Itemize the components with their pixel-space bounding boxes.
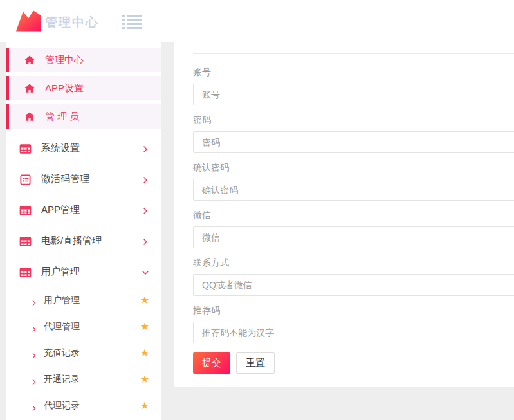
submit-button[interactable]: 提交: [193, 352, 230, 374]
chevron-right-icon: [31, 324, 37, 330]
password-field[interactable]: [193, 131, 514, 153]
submenu-item-label: 开通记录: [44, 374, 140, 385]
top-header: 管理中心: [0, 0, 514, 42]
referral-code-label: 推荐码: [193, 305, 514, 316]
submenu-item-label: 充值记录: [44, 347, 140, 359]
account-label: 账号: [193, 67, 514, 78]
sidebar-item-app-management[interactable]: APP管理: [6, 194, 161, 225]
star-icon: ★: [140, 322, 149, 332]
sidebar-item-management-center[interactable]: 管理中心: [6, 48, 161, 72]
chevron-right-icon: [142, 206, 149, 214]
contact-label: 联系方式: [193, 257, 514, 269]
chevron-right-icon: [31, 297, 37, 304]
star-icon: ★: [140, 295, 149, 306]
star-icon: ★: [140, 348, 149, 358]
password-label: 密码: [193, 114, 514, 126]
form-actions: 提交 重置: [193, 352, 514, 374]
form-group-wechat: 微信: [193, 210, 514, 248]
home-icon: [23, 54, 36, 66]
account-field[interactable]: [193, 84, 514, 105]
referral-code-field[interactable]: [193, 322, 514, 343]
sidebar-item-label: 系统设置: [41, 142, 142, 154]
submenu-item-label: 代理管理: [44, 321, 140, 333]
sidebar-item-app-settings[interactable]: APP设置: [6, 76, 161, 100]
chevron-right-icon: [142, 237, 149, 244]
wechat-label: 微信: [193, 210, 514, 221]
home-icon: [23, 82, 36, 94]
sidebar-item-label: 激活码管理: [41, 173, 142, 185]
sidebar-item-label: 管理中心: [45, 54, 84, 66]
sidebar-pinned-group: 管理中心 APP设置 管 理 员: [6, 42, 161, 129]
chevron-right-icon: [142, 144, 149, 152]
admin-create-form: 账号 密码 确认密码 微信 联系方式 推荐码: [174, 54, 514, 374]
sidebar-item-label: APP设置: [45, 82, 84, 95]
form-group-account: 账号: [193, 67, 514, 105]
sidebar-item-label: 用户管理: [41, 266, 142, 278]
sidebar-item-label: APP管理: [41, 204, 142, 216]
star-icon: ★: [140, 401, 149, 411]
table-icon: [19, 205, 32, 215]
sidebar: 管理中心 APP设置 管 理 员 系统设置 激活码管理 APP管理: [6, 42, 161, 420]
chevron-right-icon: [31, 350, 37, 356]
confirm-password-field[interactable]: [193, 179, 514, 201]
sidebar-item-movie-live[interactable]: 电影/直播管理: [6, 225, 161, 256]
chevron-right-icon: [31, 376, 37, 383]
confirm-password-label: 确认密码: [193, 162, 514, 174]
main-content: 账号 密码 确认密码 微信 联系方式 推荐码: [161, 42, 514, 420]
table-icon: [19, 266, 32, 277]
submenu-item-label: 用户管理: [44, 295, 140, 306]
sidebar-item-administrator[interactable]: 管 理 员: [6, 104, 161, 129]
table-icon: [19, 235, 32, 246]
submenu-item-agent-management[interactable]: 代理管理 ★: [6, 313, 161, 340]
submenu-item-recharge-records[interactable]: 充值记录 ★: [6, 340, 161, 366]
submenu-item-user-management[interactable]: 用户管理 ★: [6, 287, 161, 313]
submenu-item-activation-records[interactable]: 开通记录 ★: [6, 366, 161, 392]
list-alt-icon: [19, 174, 32, 185]
home-icon: [23, 111, 36, 122]
form-card: 账号 密码 确认密码 微信 联系方式 推荐码: [174, 42, 514, 387]
sidebar-menu: 系统设置 激活码管理 APP管理 电影/直播管理 用户管理 用户管理 ★: [6, 132, 161, 419]
form-group-referral-code: 推荐码: [193, 305, 514, 343]
submenu-item-label: 代理记录: [44, 400, 140, 412]
app-logo[interactable]: [15, 9, 41, 33]
table-icon: [19, 143, 32, 154]
contact-field[interactable]: [193, 274, 514, 296]
form-group-confirm-password: 确认密码: [193, 162, 514, 201]
sidebar-item-system-settings[interactable]: 系统设置: [6, 132, 161, 163]
reset-button[interactable]: 重置: [236, 352, 275, 374]
star-icon: ★: [140, 374, 149, 385]
form-group-contact: 联系方式: [193, 257, 514, 296]
sidebar-toggle-icon[interactable]: [122, 15, 142, 29]
sidebar-item-label: 管 理 员: [45, 111, 79, 123]
wechat-field[interactable]: [193, 226, 514, 248]
sidebar-item-label: 电影/直播管理: [41, 235, 142, 247]
submenu-item-agent-records[interactable]: 代理记录 ★: [6, 392, 161, 419]
brand-title: 管理中心: [45, 14, 99, 31]
chevron-down-icon: [142, 268, 149, 275]
chevron-right-icon: [142, 175, 149, 183]
chevron-right-icon: [31, 403, 37, 409]
logo-m-icon: [15, 9, 41, 33]
sidebar-item-user-management[interactable]: 用户管理: [6, 256, 161, 287]
sidebar-item-activation-code[interactable]: 激活码管理: [6, 163, 161, 194]
form-group-password: 密码: [193, 114, 514, 153]
